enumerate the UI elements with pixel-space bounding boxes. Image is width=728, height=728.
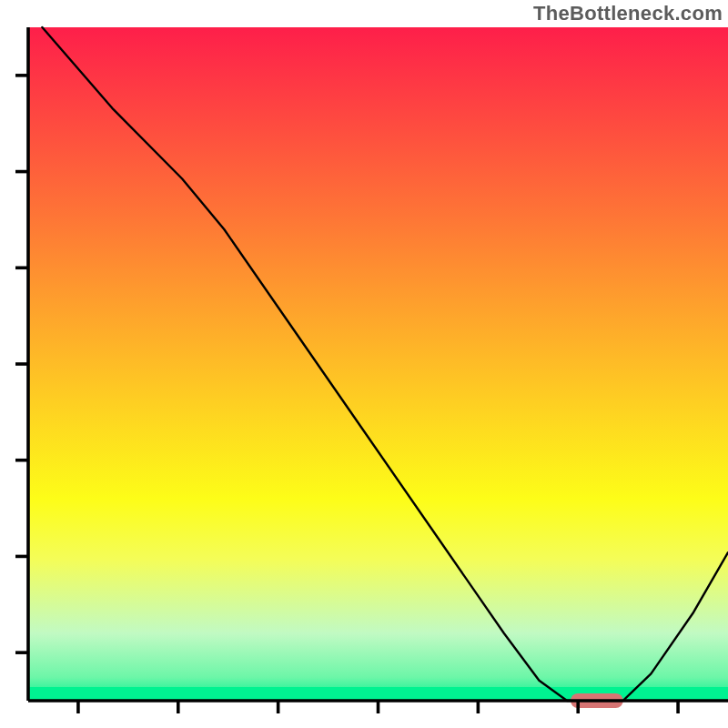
bottleneck-chart	[0, 0, 728, 728]
chart-frame: TheBottleneck.com	[0, 0, 728, 728]
watermark-text: TheBottleneck.com	[533, 2, 723, 25]
plot-floor-band	[28, 687, 728, 701]
y-ticks	[15, 76, 28, 652]
